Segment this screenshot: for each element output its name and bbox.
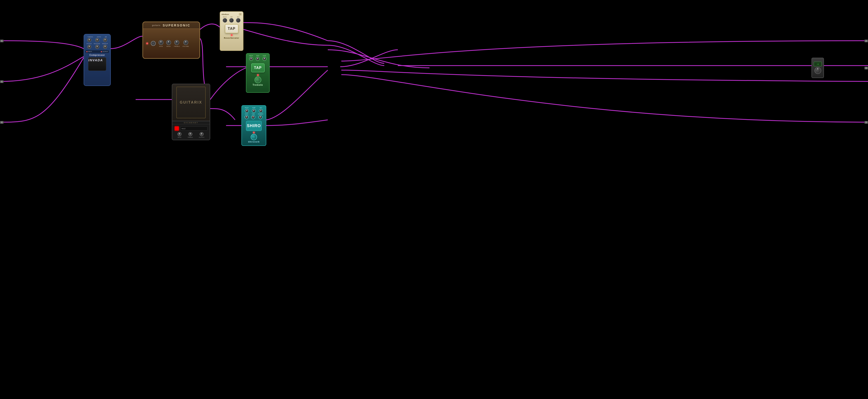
level-group: LEVEL xyxy=(262,55,267,61)
tremolo-led xyxy=(257,74,259,76)
shiroverb-ratio-knob[interactable] xyxy=(245,115,249,119)
right-connector-2[interactable] xyxy=(864,67,868,69)
makeup-label: MAKEUP xyxy=(102,43,108,44)
shiroverb-damp-group: DAMP xyxy=(252,107,256,113)
rate-label: RATE xyxy=(256,55,259,56)
supersonic-controls: GAIN BASS TREBLE VOLUME xyxy=(143,29,199,58)
cabinet-controls: 4x12 BASS TREBLE OUTPUT xyxy=(172,124,210,140)
treble-label: TREBLE xyxy=(174,46,180,47)
wet-knob[interactable] xyxy=(236,18,241,23)
cabinet-power-button[interactable] xyxy=(175,126,179,131)
output-indicator xyxy=(101,51,102,52)
ratio-knob[interactable] xyxy=(95,38,99,42)
shiroverb-damp-label: DAMP xyxy=(252,107,255,108)
right-connector-1[interactable] xyxy=(864,39,868,42)
shiroverb-ratio-label: RATIO xyxy=(245,113,248,115)
compressor-brand: INVADA xyxy=(88,58,106,62)
wet-group: WET xyxy=(236,16,241,23)
left-connector-3[interactable] xyxy=(0,121,4,124)
treble-group: TREBLE xyxy=(174,40,180,47)
cabinet-selector-display[interactable]: 4x12 xyxy=(180,126,208,131)
output-port[interactable]: OUTPUT xyxy=(101,51,108,52)
speaker-grille: GUITARIX xyxy=(176,87,206,118)
input-port[interactable]: INPUT xyxy=(86,51,92,52)
compressor-io: INPUT OUTPUT xyxy=(86,50,109,53)
cab-treble-group: TREBLE xyxy=(188,132,193,138)
right-connector-3[interactable] xyxy=(864,121,868,124)
supersonic-amp: guitarix SUPERSONIC GAIN BASS TREBLE VOL… xyxy=(143,22,200,59)
tremolo-pedal: DEPTH RATE LEVEL TAP Tremolo xyxy=(246,53,270,93)
shiroverb-shimmer-knob[interactable] xyxy=(258,115,262,119)
left-connector-1[interactable] xyxy=(0,39,4,42)
shiroverb-tone-knob[interactable] xyxy=(251,115,255,119)
gain-knob[interactable] xyxy=(158,40,163,45)
supersonic-power-knob[interactable] xyxy=(151,41,156,46)
shiroverb-tone-group: TONE xyxy=(251,113,255,119)
rate-knob[interactable] xyxy=(256,57,260,61)
reverberator-led xyxy=(231,34,232,36)
bass-knob[interactable] xyxy=(166,40,171,45)
cab-output-knob[interactable] xyxy=(199,132,204,136)
depth-group: DEPTH xyxy=(249,55,253,61)
cab-bass-knob[interactable] xyxy=(178,132,182,136)
me-label: ME xyxy=(105,36,107,37)
shiroverb-ratio-group: RATIO xyxy=(245,113,249,119)
volume-knob[interactable] xyxy=(183,40,188,45)
cabinet-model-label: GXCABINET xyxy=(172,121,210,124)
shiroverb-footknob[interactable] xyxy=(251,134,257,140)
shiroverb-decay-label: DECAY xyxy=(245,107,249,108)
volume-label: VOLUME xyxy=(182,46,189,47)
decay-knob[interactable] xyxy=(223,18,227,23)
thresh-label: THRESH xyxy=(88,36,93,37)
rate-group: RATE xyxy=(256,55,260,61)
reverberator-knobs-row: DECAY DRY WET xyxy=(221,16,242,23)
attack-knob[interactable] xyxy=(87,45,91,49)
cabinet-brand: GUITARIX xyxy=(180,101,202,105)
compressor-knobs-row2 xyxy=(86,45,109,49)
compressor-footswitch[interactable]: INVADA xyxy=(88,57,106,71)
cabinet-selector-value: 4x12 xyxy=(182,127,185,130)
tremolo-knobs-row: DEPTH RATE LEVEL xyxy=(248,55,268,61)
tremolo-name: Tremolo xyxy=(253,84,263,86)
shiroverb-wet-knob[interactable] xyxy=(259,109,263,113)
supersonic-led xyxy=(146,42,148,44)
shiroverb-body: SHIRO xyxy=(246,121,262,131)
release-knob[interactable] xyxy=(95,45,99,49)
right-device-knob[interactable] xyxy=(814,67,821,74)
level-knob[interactable] xyxy=(262,57,267,61)
cabinet-speaker: GUITARIX xyxy=(172,84,210,121)
tremolo-footknob[interactable] xyxy=(254,77,261,83)
depth-knob[interactable] xyxy=(249,57,253,61)
me-knob[interactable] xyxy=(103,38,107,42)
ratio-label: RATIO xyxy=(97,36,101,37)
dry-knob[interactable] xyxy=(229,18,234,23)
cabinet-knobs-row: BASS TREBLE OUTPUT xyxy=(175,132,208,138)
right-device-screen: ~nl xyxy=(814,62,822,66)
left-connector-2[interactable] xyxy=(0,80,4,83)
supersonic-logo: guitarix xyxy=(152,24,160,26)
volume-group: VOLUME xyxy=(182,40,189,47)
gxcabinet: GUITARIX GXCABINET 4x12 BASS TREBLE OUTP… xyxy=(172,84,210,140)
reverberator-dropdown[interactable]: ▼ xyxy=(239,13,242,16)
bass-group: BASS xyxy=(166,40,171,47)
shiroverb-shimmer-group: SHIMMER xyxy=(258,113,264,119)
depth-label: DEPTH xyxy=(249,55,253,56)
treble-knob[interactable] xyxy=(174,40,179,45)
supersonic-header: guitarix SUPERSONIC xyxy=(143,22,199,29)
tremolo-tap-label: TAP xyxy=(254,66,262,70)
compressor-top-labels: THRESH RATIO ME xyxy=(86,36,109,37)
makeup-knob[interactable] xyxy=(103,45,107,49)
shiroverb-decay-knob[interactable] xyxy=(245,109,249,113)
thresh-knob[interactable] xyxy=(87,38,91,42)
shiroverb-damp-knob[interactable] xyxy=(252,109,256,113)
right-device-screen-text: ~nl xyxy=(817,63,819,65)
cab-treble-knob[interactable] xyxy=(188,132,192,136)
tremolo-tap-button[interactable]: TAP xyxy=(251,63,265,73)
reverberator-tap-button[interactable]: TAP xyxy=(225,24,239,33)
dry-label: DRY xyxy=(230,16,232,18)
decay-label: DECAY xyxy=(223,16,227,18)
shiroverb-tone-label: TONE xyxy=(252,113,255,115)
cab-treble-label: TREBLE xyxy=(188,137,193,138)
input-indicator xyxy=(86,51,88,52)
right-output-device: ~nl xyxy=(811,58,824,78)
